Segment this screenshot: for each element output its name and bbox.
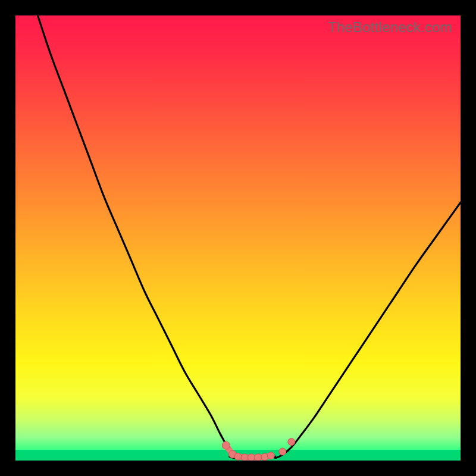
- svg-point-1: [222, 441, 230, 449]
- plot-area: TheBottleneck.com: [15, 15, 461, 461]
- curve-right-branch: [275, 202, 461, 458]
- chart-frame: TheBottleneck.com: [0, 0, 476, 476]
- svg-point-12: [261, 453, 268, 461]
- svg-point-11: [255, 454, 262, 461]
- watermark-text: TheBottleneck.com: [328, 19, 452, 36]
- svg-point-8: [234, 453, 242, 460]
- svg-point-13: [267, 452, 274, 459]
- svg-point-10: [248, 454, 255, 461]
- curve-left-branch: [37, 15, 275, 458]
- svg-point-15: [288, 439, 295, 446]
- bottleneck-curve: [15, 15, 461, 461]
- valley-markers: [222, 439, 295, 461]
- svg-point-9: [241, 454, 248, 461]
- svg-point-14: [279, 448, 286, 455]
